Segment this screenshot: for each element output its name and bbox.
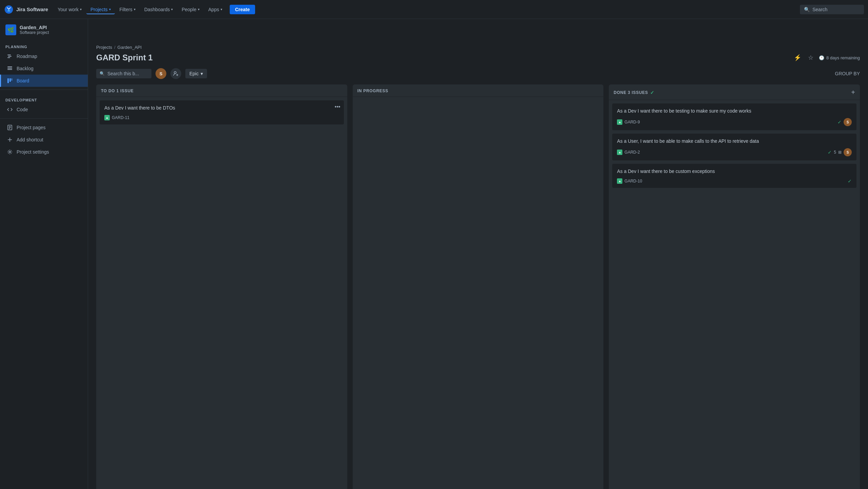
table-row[interactable]: As a Dev I want there to be custom excep…: [612, 164, 856, 188]
logo[interactable]: Jira Software: [4, 5, 48, 14]
card-title: As a Dev I want there to be DTOs: [104, 104, 339, 112]
roadmap-icon: [6, 53, 13, 60]
development-label: DEVELOPMENT: [0, 93, 88, 103]
check-count: 5: [834, 150, 836, 155]
backlog-label: Backlog: [17, 66, 34, 71]
topnav-apps[interactable]: Apps ▾: [204, 5, 226, 14]
chevron-down-icon: ▾: [80, 7, 82, 11]
topnav-people[interactable]: People ▾: [178, 5, 204, 14]
svg-rect-7: [9, 78, 11, 82]
svg-rect-1: [8, 56, 12, 57]
chevron-down-icon: ▾: [134, 7, 136, 11]
project-settings-label: Project settings: [17, 149, 49, 155]
create-button[interactable]: Create: [230, 5, 255, 14]
card-footer: ▲ GARD-2 ✓ 5 ⊞ S: [617, 148, 852, 156]
clock-icon: 🕐: [819, 55, 824, 60]
check-icon: ✓: [848, 178, 852, 184]
card-footer: ▲ GARD-9 ✓ S: [617, 118, 852, 126]
sidebar-item-board[interactable]: Board: [0, 75, 88, 87]
sidebar-item-code[interactable]: Code: [0, 103, 88, 116]
topnav-projects[interactable]: Projects ▾: [86, 5, 115, 14]
board-toolbar: 🔍 S Epic ▾ GROUP BY: [88, 68, 868, 84]
issue-id: GARD-9: [624, 120, 640, 124]
issue-icon: ▲: [617, 150, 622, 155]
done-check-icon: ✓: [650, 90, 655, 95]
column-todo-title: TO DO 1 ISSUE: [101, 89, 134, 93]
issue-id: GARD-10: [624, 179, 642, 183]
card-menu-button[interactable]: •••: [335, 104, 340, 110]
page-title: GARD Sprint 1: [96, 53, 153, 62]
breadcrumb: Projects / Garden_API: [88, 38, 868, 51]
logo-text: Jira Software: [16, 6, 48, 12]
check-icon: ✓: [838, 119, 842, 125]
page-header-actions: ⚡ ☆ 🕐 8 days remaining: [792, 53, 860, 63]
add-member-button[interactable]: [170, 68, 181, 79]
code-icon: [6, 106, 13, 113]
sidebar: 🌿 Garden_API Software project PLANNING R…: [0, 19, 88, 489]
search-input[interactable]: [812, 7, 860, 12]
group-by-button[interactable]: GROUP BY: [835, 71, 860, 76]
search-icon: 🔍: [804, 7, 810, 12]
column-inprogress: IN PROGRESS: [353, 84, 604, 489]
board-columns: TO DO 1 ISSUE As a Dev I want there to b…: [88, 84, 868, 489]
sidebar-item-roadmap[interactable]: Roadmap: [0, 50, 88, 62]
card-footer: ▲ GARD-10 ✓: [617, 178, 852, 184]
add-shortcut-label: Add shortcut: [17, 137, 43, 142]
breadcrumb-garden-api[interactable]: Garden_API: [118, 45, 142, 50]
table-row[interactable]: As a User, I want to be able to make cal…: [612, 134, 856, 160]
svg-rect-6: [7, 78, 9, 83]
breadcrumb-projects[interactable]: Projects: [96, 45, 112, 50]
lightning-icon-button[interactable]: ⚡: [792, 53, 803, 63]
breadcrumb-separator: /: [114, 45, 116, 50]
topnav-filters[interactable]: Filters ▾: [116, 5, 140, 14]
settings-icon: [6, 149, 13, 155]
column-done: DONE 3 ISSUES ✓ + As a Dev I want there …: [609, 84, 860, 489]
avatar: S: [844, 118, 852, 126]
user-avatar[interactable]: S: [156, 68, 166, 79]
svg-rect-0: [7, 55, 11, 55]
column-inprogress-cards: [353, 97, 604, 489]
sidebar-project: 🌿 Garden_API Software project: [0, 19, 88, 39]
svg-rect-4: [7, 68, 12, 69]
pages-icon: [6, 124, 13, 131]
issue-icon: ▲: [617, 119, 622, 125]
table-row[interactable]: As a Dev I want there to be DTOs ••• ▲ G…: [100, 100, 344, 124]
search-box[interactable]: 🔍: [800, 5, 864, 14]
topnav-items: Your work ▾ Projects ▾ Filters ▾ Dashboa…: [54, 5, 800, 14]
avatar: S: [844, 148, 852, 156]
subtask-icon: ⊞: [838, 150, 842, 155]
chevron-down-icon: ▾: [109, 7, 111, 11]
code-label: Code: [17, 107, 28, 112]
sidebar-item-project-pages[interactable]: Project pages: [0, 121, 88, 134]
sidebar-item-backlog[interactable]: Backlog: [0, 62, 88, 75]
column-done-cards: As a Dev I want there to be testing to m…: [609, 100, 860, 489]
column-done-title: DONE 3 ISSUES ✓: [614, 90, 654, 95]
issue-icon: ▲: [617, 178, 622, 184]
table-row[interactable]: As a Dev I want there to be testing to m…: [612, 103, 856, 130]
issue-icon: ▲: [104, 115, 110, 120]
add-card-button[interactable]: +: [851, 89, 855, 96]
board-search-box[interactable]: 🔍: [96, 69, 151, 78]
card-title: As a Dev I want there to be custom excep…: [617, 168, 852, 175]
project-pages-label: Project pages: [17, 125, 46, 130]
board-search-input[interactable]: [107, 71, 148, 76]
issue-id: GARD-2: [624, 150, 640, 155]
sidebar-divider-1: [0, 90, 88, 90]
svg-rect-8: [12, 78, 12, 81]
epic-button[interactable]: Epic ▾: [185, 69, 207, 78]
board-label: Board: [17, 78, 29, 83]
sidebar-item-add-shortcut[interactable]: Add shortcut: [0, 134, 88, 146]
days-remaining: 🕐 8 days remaining: [819, 55, 860, 60]
page-header: GARD Sprint 1 ⚡ ☆ 🕐 8 days remaining: [88, 51, 868, 68]
search-icon: 🔍: [100, 71, 105, 76]
project-name: Garden_API: [20, 25, 49, 30]
chevron-down-icon: ▾: [201, 71, 203, 76]
topnav-dashboards[interactable]: Dashboards ▾: [140, 5, 177, 14]
chevron-down-icon: ▾: [171, 7, 173, 11]
topnav-your-work[interactable]: Your work ▾: [54, 5, 86, 14]
add-shortcut-icon: [6, 136, 13, 143]
sidebar-item-project-settings[interactable]: Project settings: [0, 146, 88, 158]
check-icon: ✓: [828, 150, 832, 155]
star-icon-button[interactable]: ☆: [807, 53, 815, 63]
column-done-header: DONE 3 ISSUES ✓ +: [609, 84, 860, 100]
